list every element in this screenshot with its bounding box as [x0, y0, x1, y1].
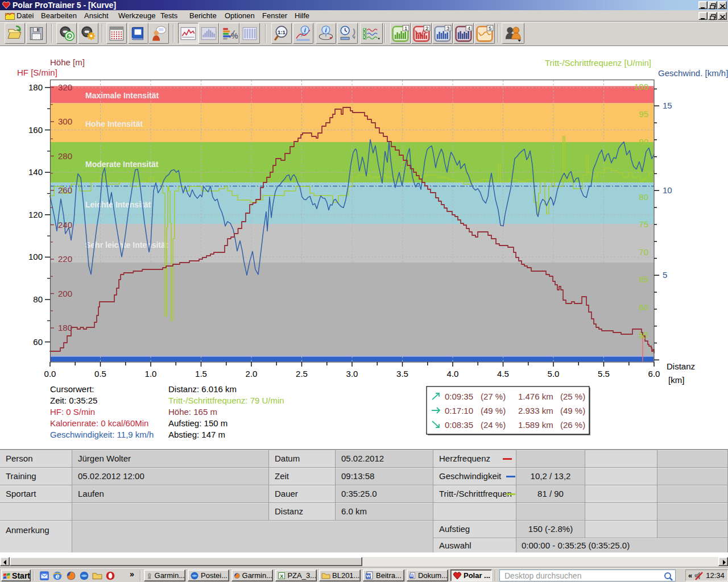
svg-text:Leichte Intensität: Leichte Intensität — [85, 200, 151, 209]
svg-text:70: 70 — [639, 247, 648, 257]
svg-text:220: 220 — [58, 254, 72, 264]
svg-text:(27 %): (27 %) — [481, 392, 506, 401]
svg-text:Sehr leichte Intensität: Sehr leichte Intensität — [85, 240, 168, 250]
svg-text:(24 %): (24 %) — [481, 420, 506, 430]
svg-text:(49 %): (49 %) — [481, 406, 506, 415]
svg-text:10: 10 — [663, 185, 672, 195]
svg-text:60: 60 — [33, 337, 43, 347]
svg-text:5.0: 5.0 — [548, 369, 560, 379]
svg-text:1.589 km: 1.589 km — [518, 420, 553, 430]
svg-text:Distanz: Distanz — [667, 361, 695, 371]
svg-text:Höhe: 165 m: Höhe: 165 m — [168, 407, 217, 417]
svg-text:80: 80 — [639, 192, 648, 202]
svg-text:4.5: 4.5 — [497, 369, 509, 379]
svg-text:HF [S/min]: HF [S/min] — [17, 68, 57, 77]
svg-text:[km]: [km] — [668, 375, 684, 385]
svg-text:2.933 km: 2.933 km — [518, 406, 553, 415]
svg-text:(26 %): (26 %) — [560, 420, 585, 430]
svg-text:Moderate Intensität: Moderate Intensität — [85, 160, 159, 169]
svg-text:HF: 0 S/min: HF: 0 S/min — [50, 407, 95, 417]
svg-text:1.5: 1.5 — [195, 369, 207, 379]
svg-text:Abstieg: 147 m: Abstieg: 147 m — [168, 430, 225, 439]
svg-text:Zeit: 0:35:25: Zeit: 0:35:25 — [50, 396, 97, 405]
svg-text:0:09:35: 0:09:35 — [445, 392, 473, 401]
svg-text:180: 180 — [28, 82, 43, 92]
svg-text:4.0: 4.0 — [447, 369, 459, 379]
svg-text:2.0: 2.0 — [246, 369, 258, 379]
svg-text:140: 140 — [28, 167, 43, 177]
svg-text:Kalorienrate: 0 kcal/60Min: Kalorienrate: 0 kcal/60Min — [50, 418, 148, 428]
svg-text:Höhe [m]: Höhe [m] — [50, 57, 85, 67]
svg-text:3.5: 3.5 — [396, 369, 408, 379]
svg-text:(49 %): (49 %) — [560, 406, 585, 415]
svg-text:200: 200 — [58, 289, 72, 298]
svg-text:6.0: 6.0 — [648, 369, 660, 379]
svg-text:260: 260 — [58, 185, 72, 195]
svg-text:Tritt-/Schrittfrequenz [U/min]: Tritt-/Schrittfrequenz [U/min] — [545, 58, 651, 68]
svg-text:2.5: 2.5 — [296, 369, 308, 379]
svg-text:80: 80 — [33, 294, 43, 304]
svg-text:3.0: 3.0 — [346, 369, 358, 379]
svg-text:300: 300 — [58, 117, 72, 126]
svg-text:Geschwindigkeit: 11,9 km/h: Geschwindigkeit: 11,9 km/h — [50, 430, 154, 439]
svg-text:Distanz: 6.016 km: Distanz: 6.016 km — [168, 384, 237, 394]
svg-text:0:17:10: 0:17:10 — [445, 406, 473, 415]
svg-text:0.0: 0.0 — [44, 369, 56, 379]
svg-text:0.5: 0.5 — [94, 369, 106, 379]
svg-text:180: 180 — [58, 323, 72, 332]
svg-text:120: 120 — [28, 210, 43, 219]
svg-text:0:08:35: 0:08:35 — [445, 420, 473, 430]
svg-text:280: 280 — [58, 151, 72, 161]
svg-text:60: 60 — [639, 302, 648, 312]
svg-text:Hohe Intensität: Hohe Intensität — [85, 119, 143, 128]
svg-text:90: 90 — [639, 137, 648, 147]
svg-text:100: 100 — [28, 252, 43, 261]
svg-text:95: 95 — [639, 109, 648, 119]
svg-text:65: 65 — [639, 275, 648, 284]
svg-text:320: 320 — [58, 82, 72, 92]
svg-text:1.476 km: 1.476 km — [518, 392, 553, 401]
svg-text:75: 75 — [639, 219, 648, 229]
svg-text:15: 15 — [663, 101, 672, 110]
svg-text:1.0: 1.0 — [145, 369, 157, 379]
svg-text:5.5: 5.5 — [598, 369, 610, 379]
svg-text:Aufstieg: 150 m: Aufstieg: 150 m — [168, 418, 228, 428]
svg-text:100: 100 — [634, 82, 648, 92]
svg-text:Cursorwert:: Cursorwert: — [50, 384, 94, 394]
svg-text:Maximale Intensität: Maximale Intensität — [85, 91, 159, 100]
svg-text:Tritt-/Schrittfrequenz: 79 U/m: Tritt-/Schrittfrequenz: 79 U/min — [168, 396, 284, 405]
svg-text:240: 240 — [58, 220, 72, 230]
svg-text:Geschwind. [km/h]: Geschwind. [km/h] — [658, 68, 728, 78]
svg-text:(25 %): (25 %) — [560, 392, 585, 401]
svg-text:5: 5 — [663, 270, 667, 280]
svg-text:160: 160 — [28, 125, 43, 135]
